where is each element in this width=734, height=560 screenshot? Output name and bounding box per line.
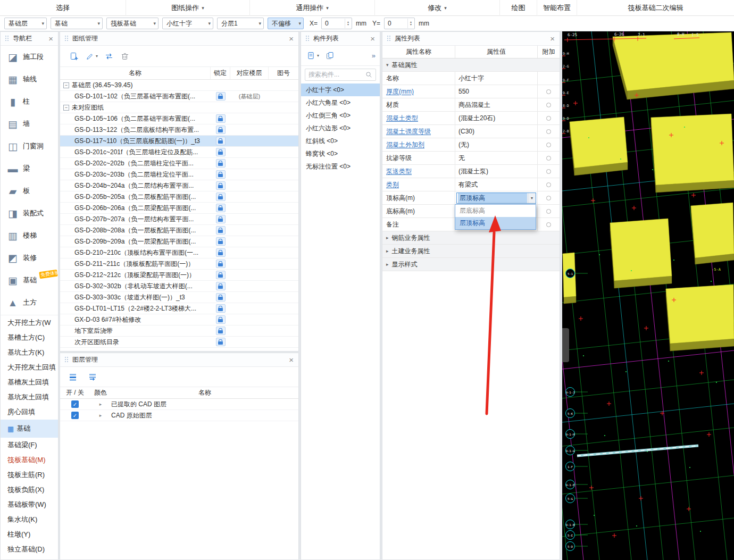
lock-icon[interactable] (216, 293, 226, 302)
attach-radio-icon[interactable] (546, 182, 551, 187)
lock-icon[interactable] (216, 137, 226, 145)
lock-icon[interactable] (216, 237, 226, 246)
component-item[interactable]: 红斜线 <0> (301, 135, 380, 147)
property-value-cell[interactable]: (混凝土20石) (混凝土20石) (455, 112, 538, 124)
nav-module[interactable]: ◪ 施工段 (1, 46, 58, 68)
sheet-row[interactable]: GS-D-209b~209a（负一层梁配筋平面图(... (60, 236, 298, 247)
lock-icon[interactable] (216, 248, 226, 257)
foundation-slab[interactable] (563, 253, 576, 304)
lock-icon[interactable] (216, 304, 226, 313)
nav-module[interactable]: ◩ 装修 (1, 247, 58, 269)
sheet-row[interactable]: GS-D-206b~206a（负二层梁配筋平面图(... (60, 203, 298, 214)
component-item[interactable]: 小红六角星 <0> (301, 96, 380, 109)
group-triangle-icon[interactable]: ▾ (386, 62, 389, 68)
new-component-button[interactable]: ▾ (305, 49, 321, 62)
lock-icon[interactable] (216, 114, 226, 123)
edit-drawing-button[interactable]: ▾ (84, 50, 99, 63)
nav-sub-item[interactable]: 基础板带(W) (1, 497, 58, 512)
component-item[interactable]: 无标注位置 <0> (301, 160, 380, 173)
foundation-slab[interactable] (691, 203, 734, 264)
property-value-cell[interactable]: 商品混凝土 商品混凝土 (455, 98, 538, 111)
component-item[interactable]: 蜂窝状 <0> (301, 147, 380, 160)
property-value-cell[interactable]: 有梁式 有梁式 (455, 178, 538, 191)
property-value-cell[interactable]: 小红十字 小红十字 (455, 72, 538, 85)
nav-module[interactable]: ◨ 装配式 (1, 202, 58, 224)
restore-layers-button[interactable] (86, 371, 99, 383)
lock-icon[interactable] (216, 170, 226, 179)
lock-icon[interactable] (216, 126, 226, 134)
sheet-row[interactable]: 地下室后浇带 (60, 325, 298, 337)
nav-module[interactable]: ▣ 基础 免费体验 (1, 269, 58, 291)
property-value-cell[interactable]: 550 550 (455, 85, 538, 98)
property-row[interactable]: 名称 名称 小红十字 小红十字 (382, 72, 560, 85)
layer-visibility-checkbox[interactable] (71, 412, 79, 419)
sheet-row[interactable]: GS-D-202c~202b（负二层墙柱定位平面... (60, 158, 298, 169)
nav-module[interactable]: ▦ 轴线 (1, 68, 58, 90)
drag-grip-icon[interactable] (387, 36, 391, 41)
close-icon[interactable]: × (370, 35, 375, 43)
toolbar-combobox[interactable]: 不偏移 (268, 18, 304, 29)
property-value-cell[interactable]: (无) (无) (455, 138, 538, 151)
sheet-row[interactable]: 次开区图纸目录 (60, 337, 298, 348)
spinner-arrows-icon[interactable]: ▴▾ (345, 19, 351, 28)
lock-icon[interactable] (216, 271, 226, 279)
toolbar-combobox[interactable]: 小红十字 (162, 18, 213, 29)
property-row[interactable]: ▾ 基础属性 基础属性 (382, 58, 560, 72)
nav-sub-item[interactable]: 大开挖土方(W (1, 315, 58, 330)
attach-radio-icon[interactable] (546, 143, 551, 147)
group-triangle-icon[interactable]: ▸ (386, 262, 389, 267)
sheet-row[interactable]: GS-D-207b~207a（负一层结构布置平面... (60, 214, 298, 225)
nav-module[interactable]: ▲ 土方 (1, 291, 58, 314)
lock-icon[interactable] (216, 193, 226, 201)
sheet-row[interactable]: GX-D-03 6#7#补桩修改 (60, 314, 298, 325)
drag-grip-icon[interactable] (65, 36, 69, 41)
component-search-box[interactable]: 搜索构件... (305, 69, 376, 81)
spinner-arrows-icon[interactable]: ▴▾ (407, 19, 414, 28)
property-value-cell[interactable]: (C30) (C30) (455, 125, 538, 138)
property-row[interactable]: 混凝土外加剂 混凝土外加剂 (无) (无) (382, 138, 560, 152)
attach-radio-icon[interactable] (546, 103, 551, 107)
close-icon[interactable]: × (289, 35, 294, 43)
menu-item[interactable]: 图纸操作 (126, 0, 250, 16)
3d-viewport[interactable]: 6-25 6-26 7-1 8-H 1-5 9-H 2-G 9-F 9-E 8-… (562, 31, 734, 560)
layer-row[interactable]: ▸ 已提取的 CAD 图层 (60, 399, 298, 410)
property-value-cell[interactable]: (混凝土泵) (混凝土泵) (455, 165, 538, 178)
lock-icon[interactable] (216, 92, 226, 101)
property-row[interactable]: 类别 类别 有梁式 有梁式 (382, 178, 560, 191)
lock-icon[interactable] (216, 327, 226, 335)
property-row[interactable]: 抗渗等级 抗渗等级 无 无 (382, 152, 560, 165)
panel-collapse-handle[interactable] (562, 328, 569, 362)
menu-item[interactable]: 筏板基础二次编辑 (577, 0, 734, 16)
lock-icon[interactable] (216, 315, 226, 324)
sheet-row[interactable]: GS-D-105~106（负二层基础平面布置图(... (60, 113, 298, 124)
sheet-row[interactable]: GS-D-208b~208a（负一层板配筋平面图(... (60, 225, 298, 236)
property-row[interactable]: ▸ 钢筋业务属性 钢筋业务属性 (382, 231, 560, 245)
property-value-cell[interactable]: 层顶标高 层顶标高 (455, 191, 538, 204)
layer-row[interactable]: ▸ CAD 原始图层 (60, 410, 298, 421)
nav-sub-item[interactable]: 筏板基础(M) (1, 453, 58, 467)
property-row[interactable]: 顶标高(m) 顶标高(m) 层顶标高 层顶标高 (382, 191, 560, 205)
property-row[interactable]: ▸ 土建业务属性 土建业务属性 (382, 245, 560, 258)
top-elevation-combobox[interactable]: 层顶标高 (456, 193, 536, 204)
property-row[interactable]: 材质 材质 商品混凝土 商品混凝土 (382, 98, 560, 112)
property-row[interactable]: ▸ 显示样式 显示样式 (382, 258, 560, 271)
x-offset-input[interactable]: 0 ▴▾ (321, 18, 352, 29)
foundation-slab[interactable] (570, 117, 628, 175)
lock-icon[interactable] (216, 159, 226, 168)
sheet-row[interactable]: − 未对应图纸 (60, 102, 298, 113)
expander-icon[interactable]: ▸ (90, 402, 111, 407)
sheet-row[interactable]: GS-D-203c~203b（负二层墙柱定位平面... (60, 169, 298, 180)
dropdown-option[interactable]: 层顶标高 (455, 217, 536, 229)
attach-radio-icon[interactable] (546, 196, 551, 200)
nav-sub-item[interactable]: 大开挖灰土回填 (1, 360, 58, 375)
nav-sub-item[interactable]: 基础 (1, 420, 58, 438)
component-item[interactable]: 小红十字 <0> (301, 83, 380, 96)
foundation-slabs[interactable] (563, 32, 734, 351)
delete-drawing-button[interactable] (119, 50, 131, 63)
lock-icon[interactable] (216, 215, 226, 223)
nav-module[interactable]: ◫ 门窗洞 (1, 135, 58, 157)
sheet-row[interactable]: GS-D-211~211c（顶板板配筋平面图(一)） (60, 258, 298, 270)
layer-visibility-checkbox[interactable] (71, 400, 79, 408)
attach-radio-icon[interactable] (546, 116, 551, 121)
sheet-row[interactable]: GS-D-101~102（负三层基础平面布置图(... (基础层) (60, 91, 298, 102)
